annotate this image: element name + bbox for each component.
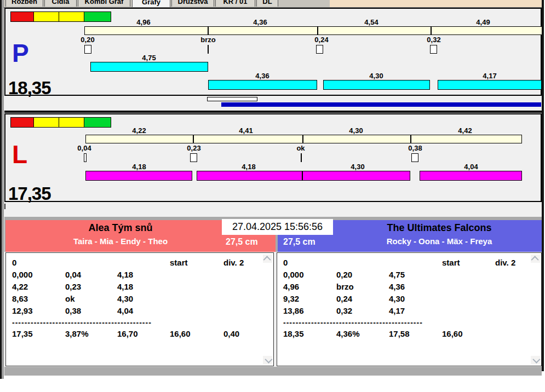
light-yellow [34,118,59,127]
change-label: 0,38 [391,144,440,152]
start-header: start [442,258,460,267]
table-cell: 0,20 [336,270,352,279]
table-cell: 0,38 [65,306,81,315]
start-header: start [170,258,188,267]
light-red [11,12,34,21]
table-cell: 4,18 [117,282,133,291]
scroll-down-button[interactable] [263,356,272,364]
datetime-display: 27.04.2025 15:56:56 [222,219,333,235]
change-marker-box [316,45,323,54]
total-cell: 16,70 [117,329,138,338]
run-bar [197,171,410,181]
light-yellow [59,118,84,127]
tab-kr-01[interactable]: KR / 01 [215,0,255,7]
scroll-down-button[interactable] [531,356,540,364]
table-cell: 0,32 [336,306,352,315]
change-label: 0,23 [169,144,219,152]
split-divider [317,26,318,35]
change-marker-box [84,45,91,54]
lane-p-light-strip [10,11,111,22]
light-yellow [34,12,59,21]
chevron-down-icon [532,355,540,363]
table-cell: 9,32 [283,294,299,303]
div-header: div. 2 [223,258,244,267]
split-label: 4,49 [458,18,508,26]
run-bar [208,80,317,90]
split-label: 4,41 [221,126,271,135]
run-bar [438,80,542,90]
team-left-jump-height: 27,5 cm [226,237,258,247]
total-cell: 16,60 [170,329,191,338]
change-label: 0,20 [63,36,112,44]
table-cell: 13,86 [283,306,304,315]
run-time-label: 4,30 [352,72,401,80]
change-marker-slim [84,153,87,162]
total-cell: 17,58 [389,329,410,338]
split-label: 4,54 [347,18,396,26]
team-right-members: Rocky - Oona - Mäx - Freya [349,237,530,246]
change-label: ok [276,144,325,152]
split-divider [302,135,303,143]
table-cell: 4,96 [283,282,299,291]
light-green [84,12,111,21]
run-bar [90,62,208,72]
app-window: Rozbeh Cidla Kombi Graf Grafy Druzstva K… [0,0,545,392]
results-table-right[interactable]: 0 start div. 2 0,000 0,20 4,75 4,96 brzo… [277,252,542,366]
team-left-members: Taira - Mia - Endy - Theo [30,237,211,246]
split-divider [208,26,209,35]
light-green [84,118,111,127]
run-bar [85,171,192,181]
run-time-label: 4,30 [333,163,382,171]
team-right-name: The Ultimates Falcons [349,222,530,234]
tab-dl[interactable]: DL [256,0,278,7]
table-cell: 4,30 [117,294,133,303]
split-label: 4,22 [114,126,164,135]
table-cell: 0,24 [336,294,352,303]
lane-number: 0 [12,258,16,267]
window-left-border-inner [2,0,4,379]
run-time-label: 4,36 [238,72,287,80]
split-label: 4,36 [236,18,285,26]
tab-druzstva[interactable]: Druzstva [171,0,214,7]
chevron-up-icon [263,256,271,263]
change-marker-box [430,45,437,54]
left-tick [4,204,5,209]
run-time-label: 4,17 [465,72,514,80]
tab-grafy[interactable]: Grafy [132,0,170,7]
table-cell: 4,04 [117,306,133,315]
split-divider [410,135,411,143]
change-label: 0,24 [297,36,346,44]
lane-p-letter: P [12,41,29,66]
bottom-status-strip [4,367,542,376]
lane-p-panel: 4,96 4,36 4,54 4,49 0,20 brzo 0,24 0,32 … [4,8,542,96]
table-cell: 4,18 [117,270,133,279]
lane-number: 0 [283,258,288,267]
split-timeline-bar [85,135,522,143]
change-label: 0,32 [409,36,458,44]
tab-rozbeh[interactable]: Rozbeh [5,0,43,7]
split-divider [193,135,194,143]
lane-l-letter: L [12,142,27,167]
table-cell: 4,75 [389,270,405,279]
table-separator: ----------------------------------------… [12,318,167,327]
total-cell: 18,35 [283,329,304,338]
progress-outline [207,97,257,101]
table-cell: 0,23 [65,282,81,291]
run-bar [323,80,430,90]
change-marker-box [190,153,197,162]
team-left-name: Alea Tým snů [30,222,211,234]
total-cell: 17,35 [12,329,33,338]
split-divider [431,26,432,35]
scroll-up-button[interactable] [531,255,540,263]
lane-p-total-time: 18,35 [8,79,51,97]
tab-cidla[interactable]: Cidla [44,0,77,7]
total-cell: 0,40 [223,329,239,338]
results-table-left[interactable]: 0 start div. 2 0,000 0,04 4,18 4,22 0,23… [5,252,274,366]
tab-kombi-graf[interactable]: Kombi Graf [78,0,130,7]
run-time-label: 4,04 [446,163,496,171]
run-bar [420,171,522,181]
table-cell: 4,36 [389,282,405,291]
scroll-up-button[interactable] [263,255,272,263]
table-cell: 0,000 [283,270,304,279]
total-cell: 16,60 [442,329,463,338]
